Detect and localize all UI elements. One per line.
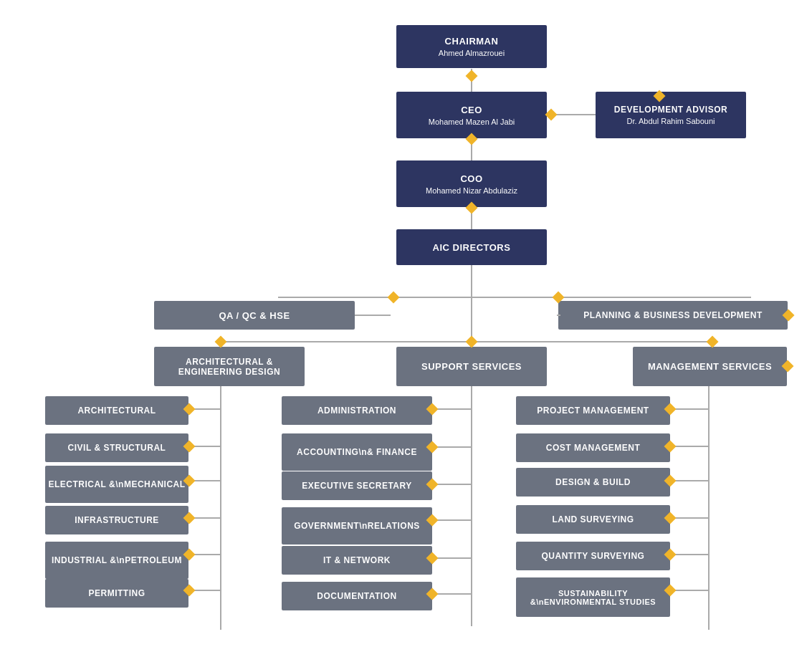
qa-qc-node: QA / QC & HSE (154, 301, 355, 330)
dev-advisor-node: DEVELOPMENT ADVISOR Dr. Abdul Rahim Sabo… (596, 92, 746, 138)
infrastructure-node: INFRASTRUCTURE (45, 506, 188, 534)
ceo-node: CEO Mohamed Mazen Al Jabi (396, 92, 547, 138)
planning-node: PLANNING & BUSINESS DEVELOPMENT (558, 301, 788, 330)
chairman-node: CHAIRMAN Ahmed Almazrouei (396, 25, 547, 68)
electrical-mechanical-node: ELECTRICAL &\nMECHANICAL (45, 466, 188, 503)
accounting-finance-node: ACCOUNTING\n& FINANCE (282, 433, 432, 471)
govt-relations-node: GOVERNMENT\nRELATIONS (282, 507, 432, 545)
aic-directors-node: AIC DIRECTORS (396, 229, 547, 265)
industrial-petroleum-node: INDUSTRIAL &\nPETROLEUM (45, 542, 188, 579)
administration-node: ADMINISTRATION (282, 396, 432, 425)
sustainability-node: SUSTAINABILITY &\nENVIRONMENTAL STUDIES (516, 577, 670, 617)
coo-node: COO Mohamed Nizar Abdulaziz (396, 160, 547, 207)
design-build-node: DESIGN & BUILD (516, 468, 670, 497)
architectural-node: ARCHITECTURAL (45, 396, 188, 425)
it-network-node: IT & NETWORK (282, 546, 432, 575)
support-services-node: SUPPORT SERVICES (396, 347, 547, 386)
exec-secretary-node: EXECUTIVE SECRETARY (282, 471, 432, 500)
project-mgmt-node: PROJECT MANAGEMENT (516, 396, 670, 425)
documentation-node: DOCUMENTATION (282, 582, 432, 610)
org-chart: CHAIRMAN Ahmed Almazrouei CEO Mohamed Ma… (0, 0, 812, 657)
mgmt-services-node: MANAGEMENT SERVICES (633, 347, 787, 386)
quantity-surveying-node: QUANTITY SURVEYING (516, 542, 670, 570)
cost-mgmt-node: COST MANAGEMENT (516, 433, 670, 462)
permitting-node: PERMITTING (45, 579, 188, 608)
civil-structural-node: CIVIL & STRUCTURAL (45, 433, 188, 462)
land-surveying-node: LAND SURVEYING (516, 505, 670, 534)
arch-eng-node: ARCHITECTURAL & ENGINEERING DESIGN (154, 347, 305, 386)
